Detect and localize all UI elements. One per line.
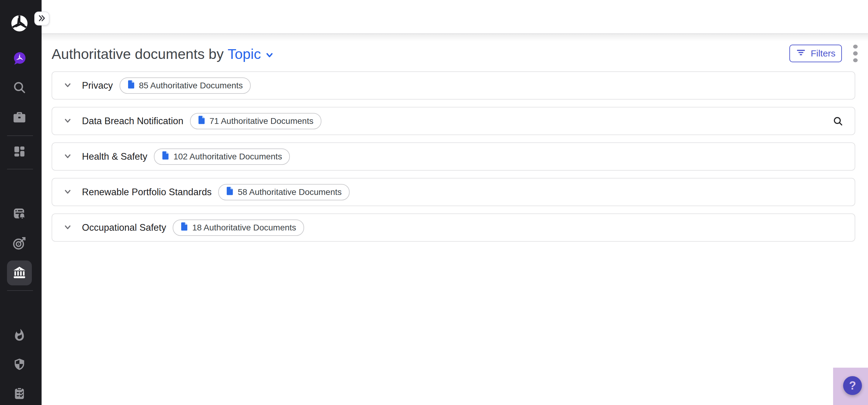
- topic-list: Privacy 85 Authoritative Documents Data …: [52, 71, 855, 249]
- document-icon: [127, 80, 135, 91]
- topic-row-renewable-portfolio-standards[interactable]: Renewable Portfolio Standards 58 Authori…: [52, 178, 855, 206]
- sidebar-divider: [7, 135, 33, 136]
- target-icon: [12, 236, 26, 251]
- document-count-label: 58 Authoritative Documents: [238, 187, 341, 197]
- topic-name: Privacy: [82, 80, 113, 91]
- filters-button[interactable]: Filters: [789, 44, 842, 62]
- sidebar-divider: [7, 290, 33, 291]
- sidebar-item-matters[interactable]: [0, 111, 39, 125]
- document-count-chip: 18 Authoritative Documents: [173, 219, 304, 236]
- topic-row-privacy[interactable]: Privacy 85 Authoritative Documents: [52, 71, 855, 100]
- document-alert-icon: [12, 207, 26, 222]
- top-header: [41, 0, 868, 34]
- bank-icon: [12, 266, 26, 281]
- sidebar-item-law-library[interactable]: [7, 260, 32, 285]
- sidebar-item-assessments[interactable]: [0, 387, 39, 401]
- document-count-chip: 58 Authoritative Documents: [218, 184, 349, 200]
- help-button[interactable]: ?: [843, 376, 862, 395]
- briefcase-icon: [12, 110, 26, 125]
- law-library-screen: Law Library 1 PG Authoritative documents…: [0, 0, 868, 405]
- double-chevron-right-icon: [38, 14, 46, 23]
- group-by-value: Topic: [228, 45, 261, 62]
- chevron-down-icon[interactable]: [63, 81, 72, 91]
- topic-name: Renewable Portfolio Standards: [82, 187, 212, 198]
- dashboard-icon: [13, 145, 26, 159]
- sidebar: [0, 0, 41, 405]
- group-by-dropdown[interactable]: Topic: [228, 44, 274, 63]
- topic-name: Occupational Safety: [82, 222, 166, 233]
- sidebar-item-dashboard[interactable]: [0, 145, 39, 159]
- document-count-label: 18 Authoritative Documents: [192, 223, 296, 232]
- document-count-label: 71 Authoritative Documents: [209, 116, 313, 126]
- chevron-down-icon[interactable]: [63, 152, 72, 162]
- topic-row-data-breach-notification[interactable]: Data Breach Notification 71 Authoritativ…: [52, 107, 855, 135]
- document-icon: [162, 151, 169, 162]
- more-options-button[interactable]: [850, 44, 860, 62]
- kebab-dot: [853, 44, 858, 49]
- chevron-down-icon[interactable]: [63, 116, 72, 126]
- assistant-chat-icon: [12, 51, 27, 67]
- sidebar-divider: [7, 169, 33, 169]
- kebab-dot: [853, 51, 858, 55]
- brand-logo-icon: [11, 14, 28, 33]
- header-shadow: [41, 34, 868, 41]
- document-count-label: 85 Authoritative Documents: [139, 81, 243, 91]
- chevron-down-icon: [265, 46, 274, 63]
- filter-icon: [796, 48, 806, 60]
- chevron-down-icon[interactable]: [63, 187, 72, 197]
- sidebar-item-document-alerts[interactable]: [0, 207, 39, 221]
- chevron-down-icon[interactable]: [63, 222, 72, 233]
- sidebar-item-assistant[interactable]: [0, 52, 39, 67]
- sidebar-item-security[interactable]: [0, 357, 39, 372]
- sidebar-expand-button[interactable]: [34, 11, 50, 26]
- sidebar-item-search[interactable]: [0, 81, 39, 95]
- flame-icon: [13, 329, 26, 343]
- sidebar-item-hot-topics[interactable]: [0, 329, 39, 343]
- checklist-icon: [13, 387, 26, 401]
- topic-row-occupational-safety[interactable]: Occupational Safety 18 Authoritative Doc…: [52, 213, 855, 242]
- page-title-prefix: Authoritative documents by: [52, 45, 224, 62]
- brand-logo: [0, 14, 39, 33]
- topic-name: Health & Safety: [82, 151, 147, 162]
- kebab-dot: [853, 58, 858, 62]
- sidebar-item-goals[interactable]: [0, 237, 39, 251]
- filters-label: Filters: [811, 48, 836, 59]
- topic-name: Data Breach Notification: [82, 116, 183, 127]
- page-title: Authoritative documents by Topic: [52, 44, 274, 63]
- row-search-icon[interactable]: [833, 116, 843, 126]
- document-count-chip: 85 Authoritative Documents: [120, 77, 251, 94]
- document-count-chip: 102 Authoritative Documents: [154, 149, 290, 165]
- document-count-label: 102 Authoritative Documents: [173, 152, 282, 161]
- topic-row-health-safety[interactable]: Health & Safety 102 Authoritative Docume…: [52, 143, 855, 170]
- shield-icon: [13, 357, 26, 372]
- document-count-chip: 71 Authoritative Documents: [190, 113, 321, 129]
- document-icon: [198, 115, 205, 127]
- document-icon: [226, 186, 234, 198]
- search-icon: [12, 81, 26, 96]
- document-icon: [181, 222, 188, 233]
